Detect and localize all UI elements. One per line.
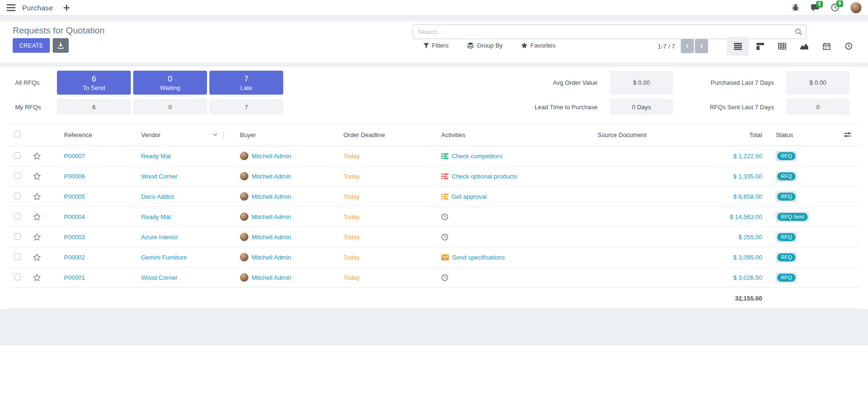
- row-checkbox[interactable]: [14, 274, 21, 280]
- buyer-link[interactable]: Mitchell Admin: [252, 274, 291, 281]
- stage-button-waiting[interactable]: 0 Waiting: [133, 71, 207, 95]
- row-checkbox[interactable]: [14, 193, 21, 199]
- order-deadline: Today: [333, 213, 431, 220]
- row-total: $ 3,026.50: [708, 274, 774, 281]
- favorites-button[interactable]: Favorites: [521, 42, 555, 49]
- column-header-order-deadline[interactable]: Order Deadline: [333, 131, 431, 138]
- graph-view-button[interactable]: [793, 37, 815, 56]
- kpi-value: $ 0.00: [786, 71, 850, 95]
- my-stage-count[interactable]: 0: [133, 99, 207, 115]
- pager-previous-button[interactable]: ‹: [681, 39, 694, 53]
- table-row[interactable]: P00007 Ready Mat Mitchell Admin Today Ch…: [8, 146, 860, 166]
- column-header-vendor[interactable]: Vendor: [130, 131, 224, 138]
- column-header-reference[interactable]: Reference: [49, 131, 130, 138]
- vendor-link[interactable]: Azure Interior: [141, 234, 178, 241]
- buyer-link[interactable]: Mitchell Admin: [252, 254, 291, 261]
- messages-button[interactable]: 5: [811, 4, 820, 12]
- order-deadline: Today: [333, 173, 431, 180]
- table-row[interactable]: P00006 Wood Corner Mitchell Admin Today …: [8, 166, 860, 187]
- app-name[interactable]: Purchase: [22, 4, 53, 12]
- row-checkbox[interactable]: [14, 172, 21, 179]
- activity-cell[interactable]: Check competitors: [431, 153, 587, 160]
- new-tab-plus-icon[interactable]: [64, 5, 70, 11]
- row-checkbox[interactable]: [14, 213, 21, 219]
- column-header-buyer[interactable]: Buyer: [224, 131, 333, 138]
- vendor-link[interactable]: Wood Corner: [141, 274, 177, 281]
- favorite-star-icon[interactable]: [26, 253, 49, 261]
- section-divider: [0, 63, 868, 67]
- stage-button-to-send[interactable]: 6 To Send: [57, 71, 131, 95]
- debug-bug-icon[interactable]: [792, 4, 799, 11]
- column-header-activities[interactable]: Activities: [431, 131, 587, 138]
- create-button[interactable]: CREATE: [13, 38, 50, 53]
- pivot-view-button[interactable]: [771, 37, 793, 56]
- user-avatar[interactable]: [851, 2, 861, 13]
- reference-link[interactable]: P00004: [64, 213, 85, 220]
- reference-link[interactable]: P00005: [64, 193, 85, 200]
- export-button[interactable]: [53, 38, 69, 53]
- vendor-link[interactable]: Ready Mat: [141, 213, 171, 220]
- search-icon[interactable]: [795, 28, 802, 37]
- optional-columns-icon[interactable]: [834, 132, 860, 138]
- my-stage-count[interactable]: 7: [209, 99, 283, 115]
- download-icon: [57, 42, 64, 49]
- column-header-total[interactable]: Total: [708, 131, 774, 138]
- vendor-link[interactable]: Ready Mat: [141, 153, 171, 160]
- activity-cell[interactable]: Check optional products: [431, 173, 587, 180]
- buyer-link[interactable]: Mitchell Admin: [252, 153, 291, 160]
- favorite-star-icon[interactable]: [26, 152, 49, 160]
- favorite-star-icon[interactable]: [26, 213, 49, 221]
- favorite-star-icon[interactable]: [26, 274, 49, 282]
- table-row[interactable]: P00004 Ready Mat Mitchell Admin Today $ …: [8, 207, 860, 227]
- row-checkbox[interactable]: [14, 152, 21, 159]
- pager-next-button[interactable]: ›: [695, 39, 708, 53]
- buyer-link[interactable]: Mitchell Admin: [252, 173, 291, 180]
- activity-cell[interactable]: [431, 274, 587, 281]
- vendor-link[interactable]: Gemini Furniture: [141, 254, 187, 261]
- list-view-button[interactable]: [727, 37, 749, 56]
- activity-label[interactable]: Send specifications: [452, 254, 505, 261]
- filters-button[interactable]: Filters: [423, 42, 448, 49]
- row-checkbox[interactable]: [14, 233, 21, 240]
- select-all-checkbox[interactable]: [14, 131, 21, 138]
- activity-cell[interactable]: [431, 234, 587, 241]
- row-total: $ 255.00: [708, 234, 774, 241]
- activity-cell[interactable]: Get approval: [431, 193, 587, 200]
- vendor-link[interactable]: Wood Corner: [141, 173, 177, 180]
- vendor-link[interactable]: Deco Addict: [141, 193, 174, 200]
- reference-link[interactable]: P00003: [64, 234, 85, 241]
- buyer-link[interactable]: Mitchell Admin: [252, 234, 291, 241]
- hamburger-menu-icon[interactable]: [7, 4, 16, 11]
- my-stage-count[interactable]: 6: [57, 99, 131, 115]
- stage-button-late[interactable]: 7 Late: [209, 71, 283, 95]
- reference-link[interactable]: P00006: [64, 173, 85, 180]
- activity-view-button[interactable]: [837, 37, 860, 56]
- rfq-list: Reference Vendor Buyer Order Deadline Ac…: [8, 123, 860, 309]
- reference-link[interactable]: P00001: [64, 274, 85, 281]
- group-by-button[interactable]: Group By: [467, 42, 502, 49]
- activity-label[interactable]: Check optional products: [452, 173, 517, 180]
- activities-clock-button[interactable]: 9: [831, 3, 839, 12]
- row-checkbox[interactable]: [14, 253, 21, 260]
- favorite-star-icon[interactable]: [26, 172, 49, 180]
- table-row[interactable]: P00003 Azure Interior Mitchell Admin Tod…: [8, 227, 860, 247]
- favorite-star-icon[interactable]: [26, 193, 49, 201]
- all-rfqs-label: All RFQs: [8, 71, 55, 95]
- activity-label[interactable]: Get approval: [452, 193, 486, 200]
- activity-clock-icon: [441, 213, 448, 220]
- favorite-star-icon[interactable]: [26, 233, 49, 241]
- table-row[interactable]: P00002 Gemini Furniture Mitchell Admin T…: [8, 247, 860, 268]
- column-header-source-document[interactable]: Source Document: [587, 131, 708, 138]
- buyer-link[interactable]: Mitchell Admin: [252, 193, 291, 200]
- column-header-status[interactable]: Status: [774, 131, 834, 138]
- reference-link[interactable]: P00007: [64, 153, 85, 160]
- reference-link[interactable]: P00002: [64, 254, 85, 261]
- calendar-view-button[interactable]: [815, 37, 837, 56]
- kanban-view-button[interactable]: [749, 37, 771, 56]
- activity-cell[interactable]: [431, 213, 587, 220]
- table-row[interactable]: P00001 Wood Corner Mitchell Admin Today …: [8, 268, 860, 288]
- activity-cell[interactable]: Send specifications: [431, 254, 587, 261]
- activity-label[interactable]: Check competitors: [452, 153, 502, 160]
- buyer-link[interactable]: Mitchell Admin: [252, 213, 291, 220]
- table-row[interactable]: P00005 Deco Addict Mitchell Admin Today …: [8, 187, 860, 207]
